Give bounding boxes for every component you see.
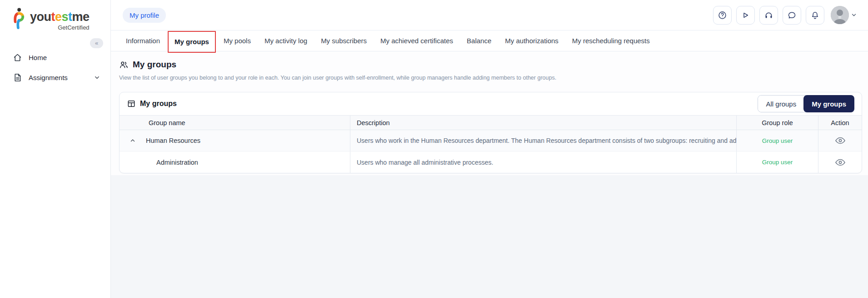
view-group-icon[interactable] xyxy=(835,136,846,145)
support-button[interactable] xyxy=(759,6,778,25)
group-filter-toggle: All groups My groups xyxy=(758,95,854,112)
headset-icon xyxy=(764,10,773,20)
groups-table: Group name Description Group role Action xyxy=(120,115,862,173)
group-name: Administration xyxy=(156,159,198,166)
sidebar-nav: Home Assignments xyxy=(0,47,110,87)
tab-content: My groups View the list of user groups y… xyxy=(111,51,868,175)
tab-my-authorizations[interactable]: My authorizations xyxy=(505,37,559,45)
column-header-action: Action xyxy=(818,116,862,130)
logo-subtitle: GetCertified xyxy=(58,24,89,31)
my-groups-button[interactable]: My groups xyxy=(803,95,854,112)
bell-icon xyxy=(810,10,820,20)
chat-icon xyxy=(787,10,797,20)
logo-wordmark: youtestme xyxy=(30,11,90,23)
sidebar-item-label: Home xyxy=(29,54,100,61)
table-header-row: Group name Description Group role Action xyxy=(120,116,862,130)
chevron-down-icon[interactable] xyxy=(94,74,100,81)
page-description: View the list of user groups you belong … xyxy=(119,75,861,81)
tab-my-subscribers[interactable]: My subscribers xyxy=(321,37,367,45)
page-title: My groups xyxy=(133,60,176,70)
my-groups-card: My groups All groups My groups Group nam… xyxy=(119,92,862,173)
column-header-group-role: Group role xyxy=(737,116,818,130)
table-row: Administration Users who manage all admi… xyxy=(120,152,862,173)
table-row: Human Resources Users who work in the Hu… xyxy=(120,130,862,152)
help-icon xyxy=(718,10,727,20)
group-description: Users who manage all administrative proc… xyxy=(357,159,736,166)
profile-tabs: Information My groups My pools My activi… xyxy=(111,30,868,51)
table-icon xyxy=(127,99,136,108)
sidebar-item-label: Assignments xyxy=(29,74,94,81)
group-role-badge: Group user xyxy=(762,159,793,166)
users-icon xyxy=(119,60,129,70)
group-role-badge: Group user xyxy=(762,137,793,144)
tab-my-rescheduling-requests[interactable]: My rescheduling requests xyxy=(572,37,650,45)
card-header: My groups All groups My groups xyxy=(120,92,862,115)
chevron-down-icon[interactable] xyxy=(851,12,857,18)
user-menu[interactable] xyxy=(831,6,857,24)
topbar-actions xyxy=(713,6,857,25)
card-title: My groups xyxy=(140,100,177,108)
tab-my-activity-log[interactable]: My activity log xyxy=(264,37,307,45)
help-button[interactable] xyxy=(713,6,732,25)
tab-my-groups[interactable]: My groups xyxy=(168,31,216,53)
app-window: youtestme GetCertified « Home xyxy=(0,0,868,298)
collapse-row-icon[interactable] xyxy=(130,137,136,144)
group-description: Users who work in the Human Resources de… xyxy=(357,137,736,144)
all-groups-button[interactable]: All groups xyxy=(758,96,804,112)
brand-logo: youtestme GetCertified xyxy=(0,0,110,31)
play-icon xyxy=(741,10,750,20)
view-group-icon[interactable] xyxy=(835,158,846,167)
main-area: My profile xyxy=(111,0,868,298)
tab-my-pools[interactable]: My pools xyxy=(224,37,251,45)
sidebar-collapse-button[interactable]: « xyxy=(90,38,103,48)
chat-button[interactable] xyxy=(783,6,801,25)
sidebar: youtestme GetCertified « Home xyxy=(0,0,111,298)
group-name: Human Resources xyxy=(146,137,200,144)
tab-balance[interactable]: Balance xyxy=(467,37,491,45)
notifications-button[interactable] xyxy=(806,6,824,25)
column-header-group-name: Group name xyxy=(120,116,350,130)
sidebar-item-home[interactable]: Home xyxy=(0,47,110,67)
column-header-description: Description xyxy=(350,116,737,130)
home-icon xyxy=(13,53,22,62)
document-icon xyxy=(13,73,22,82)
play-video-button[interactable] xyxy=(736,6,755,25)
my-profile-button[interactable]: My profile xyxy=(123,8,166,23)
tab-information[interactable]: Information xyxy=(126,37,160,45)
youtestme-logo-icon xyxy=(12,7,25,31)
tab-my-achieved-certificates[interactable]: My achieved certificates xyxy=(380,37,453,45)
top-bar: My profile xyxy=(111,0,868,30)
sidebar-item-assignments[interactable]: Assignments xyxy=(0,67,110,87)
avatar[interactable] xyxy=(831,6,849,24)
